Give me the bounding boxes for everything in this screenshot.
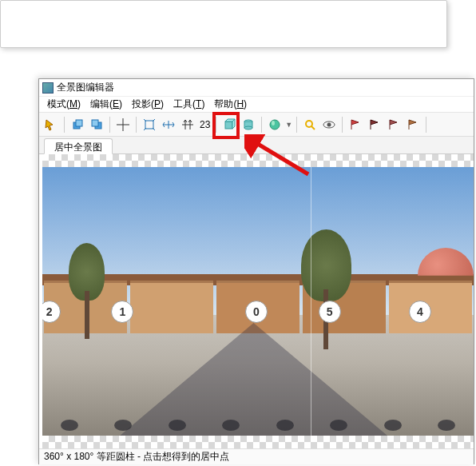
pointer-tool-button[interactable] [42, 116, 60, 133]
menu-edit[interactable]: 编辑(E) [87, 96, 125, 113]
toolbar-separator [426, 117, 426, 133]
menu-projection[interactable]: 投影(P) [129, 96, 167, 113]
svg-point-15 [244, 126, 252, 129]
svg-rect-12 [225, 121, 232, 129]
svg-point-18 [306, 121, 312, 127]
hotspot-0[interactable]: 0 [245, 301, 268, 323]
app-icon [42, 82, 54, 94]
toolbar-separator [109, 117, 110, 133]
cube-button[interactable] [220, 116, 238, 133]
tab-bar: 居中全景图 [39, 137, 474, 154]
sphere-button[interactable] [266, 116, 284, 133]
eye-button[interactable] [320, 116, 338, 133]
cylinder-button[interactable] [240, 116, 257, 133]
menu-bar: 模式(M) 编辑(E) 投影(P) 工具(T) 帮助(H) [39, 97, 474, 113]
checker-bottom [42, 436, 474, 448]
straighten-horizontal-button[interactable] [160, 116, 177, 133]
window-title: 全景图编辑器 [57, 81, 114, 94]
panorama-image: 2 1 0 5 4 [42, 167, 474, 436]
editor-window: 全景图编辑器 模式(M) 编辑(E) 投影(P) 工具(T) 帮助(H) [38, 78, 474, 464]
pano-tree-left [66, 243, 106, 339]
hotspot-1[interactable]: 1 [111, 301, 133, 323]
toolbar-separator [261, 117, 262, 133]
dropdown-icon[interactable]: ▼ [285, 121, 292, 129]
flag-dark-button[interactable] [366, 116, 383, 133]
flag-brown-button[interactable] [404, 116, 422, 133]
toolbar-separator [216, 117, 216, 133]
toolbar-number: 23 [198, 119, 212, 130]
hotspot-5[interactable]: 5 [319, 301, 341, 323]
svg-point-21 [327, 122, 331, 126]
hotspot-4[interactable]: 4 [409, 301, 431, 323]
status-text: 360° x 180° 等距圆柱 - 点击想得到的居中点 [44, 450, 229, 464]
toolbar: 23 ▼ [39, 113, 474, 137]
zoom-button[interactable] [301, 116, 319, 133]
svg-point-17 [272, 121, 275, 125]
menu-mode[interactable]: 模式(M) [44, 96, 84, 113]
flag-maroon-button[interactable] [385, 116, 403, 133]
background-card [0, 0, 447, 48]
layer-front-button[interactable] [88, 116, 105, 133]
svg-rect-3 [92, 120, 98, 126]
tab-center-panorama[interactable]: 居中全景图 [44, 138, 113, 154]
svg-point-16 [270, 120, 280, 129]
toolbar-separator [64, 117, 65, 133]
fit-button[interactable] [141, 116, 158, 133]
status-bar: 360° x 180° 等距圆柱 - 点击想得到的居中点 [39, 448, 474, 464]
layer-back-button[interactable] [69, 116, 86, 133]
menu-tools[interactable]: 工具(T) [170, 96, 208, 113]
panorama-canvas[interactable]: 2 1 0 5 4 [39, 154, 474, 448]
checker-top [42, 154, 474, 167]
tab-label: 居中全景图 [54, 141, 102, 153]
svg-rect-6 [145, 121, 153, 129]
svg-rect-1 [76, 120, 82, 126]
menu-help[interactable]: 帮助(H) [211, 96, 250, 113]
pano-shadow-row [42, 420, 474, 434]
title-bar[interactable]: 全景图编辑器 [39, 79, 474, 97]
toolbar-separator [296, 117, 297, 133]
toolbar-separator [342, 117, 343, 133]
svg-line-19 [311, 126, 315, 129]
toolbar-separator [136, 117, 137, 133]
crosshair-button[interactable] [114, 116, 132, 133]
flag-red-button[interactable] [347, 116, 364, 133]
pano-tree-right [298, 229, 354, 349]
vertical-guide [311, 167, 311, 436]
straighten-vertical-button[interactable] [179, 116, 196, 133]
